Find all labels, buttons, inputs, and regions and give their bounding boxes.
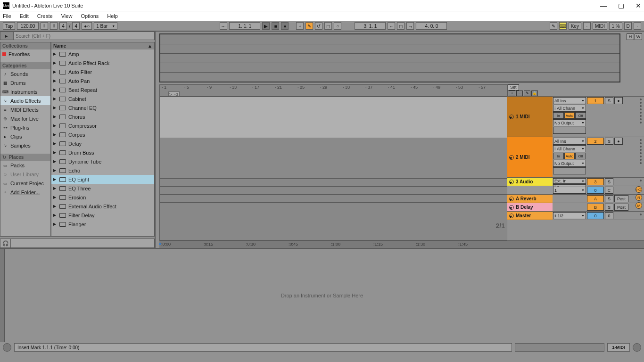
category-plug-ins[interactable]: ⊶Plug-Ins (0, 123, 50, 132)
close-button[interactable]: ✕ (636, 2, 641, 9)
minimize-button[interactable]: — (600, 2, 607, 9)
category-instruments[interactable]: ⌨Instruments (0, 87, 50, 96)
fold-icon[interactable]: ▾ (509, 180, 514, 184)
draw-mode-button[interactable]: ✎ (550, 22, 557, 30)
quantize-menu[interactable]: 1 Bar ▼ (94, 22, 117, 30)
track-activator-button[interactable]: 1 (587, 97, 604, 104)
device-item[interactable]: ▶Beat Repeat (51, 85, 154, 94)
input-type-select[interactable]: Ext. In▼ (553, 178, 586, 184)
track-title[interactable]: ▾B Delay (507, 203, 553, 211)
arrange-position[interactable]: 1. 1. 1 (229, 22, 260, 30)
track-activator-button[interactable]: B (587, 204, 604, 211)
time-sig-den[interactable]: 4 (72, 22, 80, 30)
input-channel-select[interactable]: 1▼ (553, 187, 586, 194)
post-button[interactable]: Post (614, 195, 628, 202)
monitor-auto-button[interactable]: Auto (564, 112, 575, 119)
device-item[interactable]: ▶Corpus (51, 130, 154, 139)
automation-arm-button[interactable]: ✎ (305, 22, 313, 30)
place-user-library[interactable]: ☺User Library (0, 170, 50, 179)
return-section-button[interactable]: R (636, 194, 642, 201)
preview-toggle-button[interactable]: 🎧 (0, 239, 11, 247)
overload-indicator[interactable]: D (624, 22, 632, 30)
category-drums[interactable]: ▦Drums (0, 78, 50, 87)
track-activator-button[interactable]: 3 (587, 178, 604, 185)
stop-button[interactable]: ■ (272, 22, 279, 30)
c-button[interactable]: C (605, 187, 613, 194)
device-item[interactable]: ▶External Audio Effect (51, 202, 154, 211)
track-title[interactable]: ▾2 MIDI (507, 137, 553, 177)
menu-edit[interactable]: Edit (20, 13, 29, 19)
track-title[interactable]: ▾Master (507, 212, 553, 220)
track-activator-button[interactable]: 0 (587, 212, 604, 219)
device-item[interactable]: ▶Auto Pan (51, 76, 154, 85)
capture-button[interactable]: ◻ (324, 22, 332, 30)
tempo-field[interactable]: 120.00 (17, 22, 39, 30)
capture-scene-button[interactable]: − (516, 90, 523, 96)
track-lane-2[interactable] (160, 138, 507, 178)
track-header[interactable]: ▾B DelayBSPost (507, 203, 644, 212)
device-item[interactable]: ▶Flanger (51, 220, 154, 229)
new-scene-button[interactable]: + (509, 90, 515, 96)
fold-icon[interactable]: ▾ (509, 115, 514, 119)
punch-in-button[interactable]: ⌐ (388, 22, 395, 30)
back-button[interactable] (3, 343, 11, 352)
device-item[interactable]: ▶Chorus (51, 112, 154, 121)
monitor-in-button[interactable]: In (553, 112, 564, 119)
fold-icon[interactable]: ▾ (509, 155, 514, 160)
solo-button[interactable]: S (605, 138, 613, 145)
track-lane-master[interactable] (160, 202, 507, 210)
monitor-in-button[interactable]: In (553, 153, 564, 159)
menu-options[interactable]: Options (81, 13, 99, 19)
arm-button[interactable]: ● (614, 138, 623, 145)
track-activator-button[interactable]: 2 (587, 138, 604, 145)
fold-icon[interactable]: ▾ (509, 214, 514, 218)
beat-ruler[interactable]: ▷ ◁ · 1· 5· 9· 13· 17· 21· 25· 29· 33· 3… (159, 84, 507, 97)
punch-out-button[interactable]: ¬ (406, 22, 414, 30)
play-button[interactable]: ▶ (262, 22, 270, 30)
time-sig-num[interactable]: 4 (59, 22, 67, 30)
device-item[interactable]: ▶Channel EQ (51, 103, 154, 112)
arrangement-overview[interactable] (159, 33, 620, 82)
track-lane-1[interactable] (160, 97, 507, 138)
place-packs[interactable]: ▭Packs (0, 161, 50, 170)
track-activator-button[interactable]: A (587, 195, 604, 202)
device-tab-handle[interactable] (0, 249, 5, 342)
show-hide-w-button[interactable]: W (635, 33, 642, 40)
maximize-button[interactable]: ▢ (618, 2, 624, 9)
set-button[interactable]: Set (508, 84, 519, 90)
track-title[interactable]: ▾1 MIDI (507, 97, 553, 137)
device-item[interactable]: ▶EQ Eight (51, 175, 154, 184)
device-item[interactable]: ▶Drum Buss (51, 148, 154, 157)
mixer-section-button[interactable]: M (636, 202, 642, 209)
search-input[interactable]: Search (Ctrl + F) (13, 32, 155, 40)
menu-help[interactable]: Help (107, 13, 118, 19)
midi-map-button[interactable]: MIDI (593, 22, 607, 30)
device-item[interactable]: ▶Compressor (51, 121, 154, 130)
io-section-button[interactable]: I·O (636, 186, 642, 193)
device-item[interactable]: ▶Echo (51, 166, 154, 175)
show-hide-h-button[interactable]: H (627, 33, 634, 40)
track-lane-3[interactable] (160, 178, 507, 186)
overdub-button[interactable]: + (296, 22, 304, 30)
category-midi-effects[interactable]: ≡MIDI Effects (0, 105, 50, 114)
metronome-button[interactable]: ●○ (82, 22, 92, 30)
nudge-down-button[interactable]: ⦀ (41, 22, 48, 30)
track-lane-b[interactable] (160, 194, 507, 202)
solo-button[interactable]: S (605, 178, 613, 185)
device-item[interactable]: ▶Audio Effect Rack (51, 58, 154, 67)
menu-view[interactable]: View (61, 13, 73, 19)
device-item[interactable]: ▶Delay (51, 139, 154, 148)
session-record-button[interactable]: ○ (334, 22, 341, 30)
track-title[interactable]: ▾A Reverb (507, 195, 553, 203)
input-channel-select[interactable]: ⅰ All Chann▼ (553, 145, 586, 152)
input-type-select[interactable]: All Ins▼ (553, 97, 586, 104)
device-item[interactable]: ▶Amp (51, 49, 154, 58)
menu-file[interactable]: File (3, 13, 11, 19)
time-ruler[interactable]: ▸ :0:00:0:15:0:30:0:45:1:00:1:15:1:30:1:… (159, 240, 644, 248)
device-item[interactable]: ▶Cabinet (51, 94, 154, 103)
category-max-for-live[interactable]: ⊕Max for Live (0, 114, 50, 123)
computer-midi-button[interactable]: ⌨ (559, 22, 567, 30)
lock-button[interactable]: 🔒 (531, 90, 538, 96)
fold-icon[interactable]: ▾ (509, 205, 514, 210)
nudge-up-button[interactable]: ⦀ (50, 22, 58, 30)
